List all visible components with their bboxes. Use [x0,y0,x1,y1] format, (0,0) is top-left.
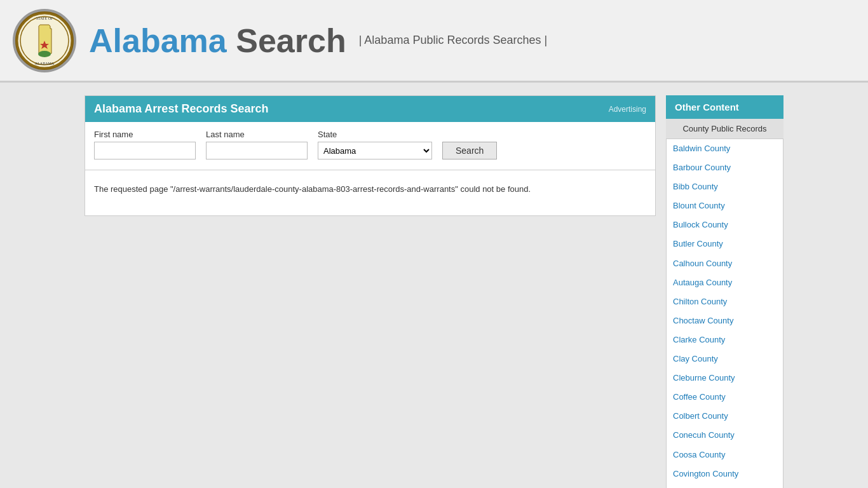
county-link[interactable]: Clarke County [667,330,783,349]
county-link[interactable]: Calhoun County [667,254,783,273]
form-heading: Alabama Arrest Records Search [94,102,268,116]
title-search: Search [236,22,346,59]
site-title: Alabama Search | Alabama Public Records … [89,22,547,60]
county-link[interactable]: Crenshaw County [667,484,783,488]
county-link[interactable]: Baldwin County [667,139,783,158]
logo-area: STATE OF ALABAMA Alabama Search | Alabam… [13,9,547,72]
last-name-input[interactable] [206,142,308,159]
county-link[interactable]: Conecuh County [667,426,783,445]
county-link[interactable]: Bullock County [667,215,783,234]
county-link[interactable]: Choctaw County [667,311,783,330]
county-list: Baldwin CountyBarbour CountyBibb CountyB… [666,139,783,488]
county-link[interactable]: Butler County [667,234,783,254]
county-link[interactable]: Autauga County [667,273,783,292]
county-link[interactable]: Bibb County [667,177,783,196]
alabama-seal: STATE OF ALABAMA [13,9,76,72]
county-link[interactable]: Covington County [667,464,783,484]
first-name-label: First name [94,130,196,139]
svg-text:ALABAMA: ALABAMA [35,62,55,65]
county-link[interactable]: Cleburne County [667,369,783,388]
state-select[interactable]: AlabamaAlaskaArizonaArkansasCaliforniaCo… [318,142,432,159]
error-message: The requested page "/arrest-warrants/lau… [94,183,646,196]
content-area: Alabama Arrest Records Search Advertisin… [85,95,656,488]
first-name-field: First name [94,130,196,159]
county-link[interactable]: Barbour County [667,158,783,177]
site-subtitle: | Alabama Public Records Searches | [359,34,548,47]
county-link[interactable]: Chilton County [667,292,783,311]
county-link[interactable]: Clay County [667,349,783,369]
sidebar: Other Content County Public Records Bald… [666,95,783,488]
site-header: STATE OF ALABAMA Alabama Search | Alabam… [0,0,868,83]
search-form-body: First name Last name State AlabamaAlaska… [85,122,655,170]
county-link[interactable]: Colbert County [667,407,783,426]
form-row: First name Last name State AlabamaAlaska… [94,130,646,159]
last-name-label: Last name [206,130,308,139]
advertising-label: Advertising [609,105,646,114]
search-button[interactable]: Search [442,142,497,159]
title-text: Alabama Search [89,22,346,60]
state-field: State AlabamaAlaskaArizonaArkansasCalifo… [318,130,432,159]
error-box: The requested page "/arrest-warrants/lau… [85,170,656,216]
county-list-header: County Public Records [666,119,783,139]
county-link[interactable]: Coffee County [667,388,783,407]
last-name-field: Last name [206,130,308,159]
first-name-input[interactable] [94,142,196,159]
state-label: State [318,130,432,139]
svg-point-5 [38,51,51,57]
search-form-header: Alabama Arrest Records Search Advertisin… [85,96,655,122]
county-link[interactable]: Coosa County [667,445,783,464]
sidebar-header: Other Content [666,95,783,119]
county-link[interactable]: Blount County [667,196,783,215]
search-form-box: Alabama Arrest Records Search Advertisin… [85,95,656,170]
main-wrapper: Alabama Arrest Records Search Advertisin… [78,95,790,488]
title-alabama: Alabama [89,22,227,59]
svg-text:STATE OF: STATE OF [36,17,53,20]
